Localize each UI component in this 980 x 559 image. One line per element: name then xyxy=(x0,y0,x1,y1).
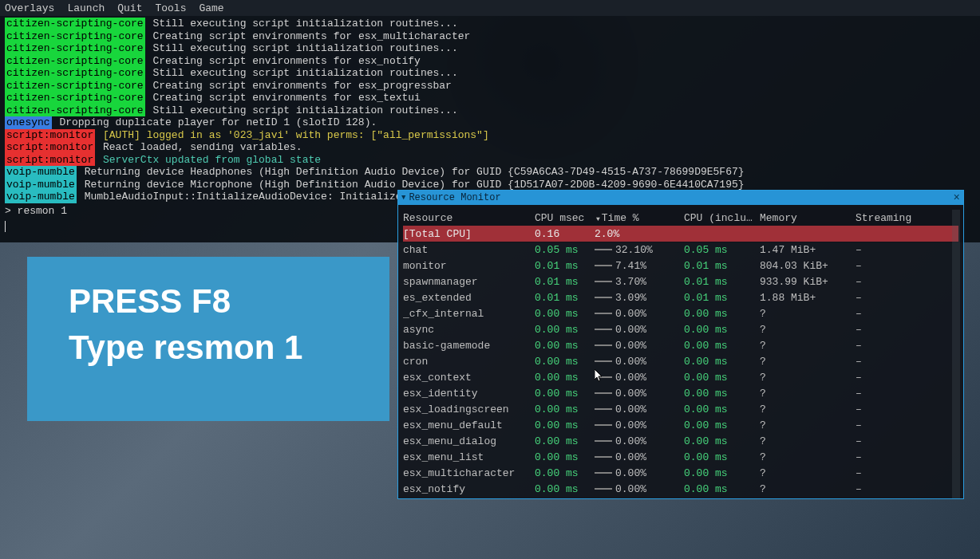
resmon-row[interactable]: esx_multicharacter0.00 ms0.00%0.00 ms?– xyxy=(403,465,958,481)
resmon-row[interactable]: monitor0.01 ms7.41%0.01 ms804.03 KiB+– xyxy=(403,258,958,274)
cell-cpu-msec: 0.00 ms xyxy=(535,308,595,320)
cell-memory: ? xyxy=(760,467,856,479)
menu-item-overlays[interactable]: Overlays xyxy=(5,2,54,14)
collapse-triangle-icon[interactable]: ▼ xyxy=(401,194,405,202)
cell-name: async xyxy=(403,324,535,336)
console-log-line: script:monitor React loaded, sending var… xyxy=(5,141,975,154)
resmon-row[interactable]: chat0.05 ms32.10%0.05 ms1.47 MiB+– xyxy=(403,242,958,258)
instruction-line-1: PRESS F8 xyxy=(69,281,348,322)
resmon-row[interactable]: cron0.00 ms0.00%0.00 ms?– xyxy=(403,353,958,369)
cell-memory: 933.99 KiB+ xyxy=(760,276,856,288)
text-caret-icon xyxy=(5,221,6,232)
log-source-tag: script:monitor xyxy=(5,141,95,154)
cell-name: es_extended xyxy=(403,292,535,304)
cell-cpu-inc: 0.00 ms xyxy=(684,467,760,479)
cell-memory: ? xyxy=(760,404,856,415)
cell-memory: ? xyxy=(760,451,856,463)
resmon-row[interactable]: esx_menu_list0.00 ms0.00%0.00 ms?– xyxy=(403,449,958,465)
console-log-line: citizen-scripting-core Creating script e… xyxy=(5,80,975,93)
cell-cpu-inc: 0.00 ms xyxy=(684,483,760,495)
resmon-row[interactable]: esx_identity0.00 ms0.00%0.00 ms?– xyxy=(403,385,958,401)
resmon-row[interactable]: es_extended0.01 ms3.09%0.01 ms1.88 MiB+– xyxy=(403,289,958,305)
resmon-row[interactable]: basic-gamemode0.00 ms0.00%0.00 ms?– xyxy=(403,337,958,353)
cell-cpu-inc: 0.00 ms xyxy=(684,324,760,336)
console-log-line: citizen-scripting-core Still executing s… xyxy=(5,67,975,80)
log-source-tag: onesync xyxy=(5,116,52,129)
log-source-tag: citizen-scripting-core xyxy=(5,30,145,43)
resmon-row[interactable]: esx_notify0.00 ms0.00%0.00 ms?– xyxy=(403,481,958,497)
cell-time-pct: 32.10% xyxy=(595,244,684,256)
col-cpu-msec[interactable]: CPU msec xyxy=(535,212,595,224)
col-time-pct[interactable]: ▼Time % xyxy=(595,212,684,224)
menu-item-quit[interactable]: Quit xyxy=(117,2,142,14)
cell-memory: ? xyxy=(760,324,856,336)
log-source-tag: citizen-scripting-core xyxy=(5,104,145,117)
cell-name: esx_menu_list xyxy=(403,451,535,463)
resmon-row[interactable]: esx_context0.00 ms0.00%0.00 ms?– xyxy=(403,369,958,385)
resmon-row[interactable]: async0.00 ms0.00%0.00 ms?– xyxy=(403,321,958,337)
col-memory[interactable]: Memory xyxy=(760,212,856,224)
resmon-row[interactable]: _cfx_internal0.00 ms0.00%0.00 ms?– xyxy=(403,305,958,321)
col-cpu-inclusive[interactable]: CPU (inclu… xyxy=(684,212,760,224)
cell-memory: 804.03 KiB+ xyxy=(760,260,856,272)
log-source-tag: citizen-scripting-core xyxy=(5,55,145,68)
menubar: OverlaysLaunchQuitToolsGame xyxy=(0,0,980,16)
cell-cpu-inc: 0.00 ms xyxy=(684,435,760,447)
cell-streaming: – xyxy=(856,340,919,352)
cell-cpu-inc: 0.00 ms xyxy=(684,404,760,415)
time-bar-icon xyxy=(595,360,612,362)
time-bar-icon xyxy=(595,281,612,282)
resmon-title: Resource Monitor xyxy=(409,192,500,203)
cell-time-pct: 2.0% xyxy=(595,228,684,240)
cell-time-pct: 0.00% xyxy=(595,308,684,320)
console-log-line: onesync Dropping duplicate player for ne… xyxy=(5,116,975,129)
resmon-total-row[interactable]: [Total CPU] 0.16 2.0% xyxy=(403,226,958,242)
cell-cpu-msec: 0.00 ms xyxy=(535,356,595,368)
resmon-row[interactable]: esx_menu_dialog0.00 ms0.00%0.00 ms?– xyxy=(403,433,958,449)
cell-memory: ? xyxy=(760,372,856,384)
cell-time-pct: 0.00% xyxy=(595,435,684,447)
resmon-body: Resource CPU msec ▼Time % CPU (inclu… Me… xyxy=(398,205,963,498)
time-bar-icon xyxy=(595,329,612,330)
instruction-line-2: Type resmon 1 xyxy=(69,327,348,368)
cell-name: esx_menu_dialog xyxy=(403,435,535,447)
console-log-line: voip-mumble Returning device Microphone … xyxy=(5,179,975,191)
cell-memory: ? xyxy=(760,340,856,352)
cell-cpu-msec: 0.01 ms xyxy=(535,292,595,304)
cell-name: esx_loadingscreen xyxy=(403,404,535,415)
cell-time-pct: 0.00% xyxy=(595,340,684,352)
col-streaming[interactable]: Streaming xyxy=(856,212,919,224)
console-log-line: script:monitor [AUTH] logged in as '023_… xyxy=(5,129,975,142)
resmon-row[interactable]: esx_menu_default0.00 ms0.00%0.00 ms?– xyxy=(403,417,958,433)
menu-item-tools[interactable]: Tools xyxy=(155,2,186,14)
resmon-row[interactable]: esx_loadingscreen0.00 ms0.00%0.00 ms?– xyxy=(403,401,958,417)
cell-time-pct: 0.00% xyxy=(595,467,684,479)
resmon-row[interactable]: spawnmanager0.01 ms3.70%0.01 ms933.99 Ki… xyxy=(403,274,958,289)
menu-item-launch[interactable]: Launch xyxy=(67,2,105,14)
console-log-line: citizen-scripting-core Still executing s… xyxy=(5,42,975,55)
cell-time-pct: 3.09% xyxy=(595,292,684,304)
cell-name: esx_context xyxy=(403,372,535,384)
cell-name: _cfx_internal xyxy=(403,308,535,320)
cell-cpu-inc: 0.01 ms xyxy=(684,292,760,304)
cell-cpu-inc: 0.00 ms xyxy=(684,372,760,384)
cell-cpu-msec: 0.00 ms xyxy=(535,340,595,352)
cell-streaming: – xyxy=(856,419,919,431)
log-source-tag: citizen-scripting-core xyxy=(5,42,145,55)
log-source-tag: voip-mumble xyxy=(5,166,77,179)
time-bar-icon xyxy=(595,424,612,426)
cell-memory: ? xyxy=(760,388,856,400)
resmon-column-headers[interactable]: Resource CPU msec ▼Time % CPU (inclu… Me… xyxy=(403,210,958,226)
log-message: Still executing script initialization ro… xyxy=(147,42,458,54)
col-resource[interactable]: Resource xyxy=(403,212,535,224)
log-message: Creating script environments for esx_mul… xyxy=(147,30,471,42)
resource-monitor-window[interactable]: ▼ Resource Monitor × Resource CPU msec ▼… xyxy=(397,190,964,499)
resmon-titlebar[interactable]: ▼ Resource Monitor × xyxy=(398,191,963,205)
close-icon[interactable]: × xyxy=(954,191,960,204)
cell-name: monitor xyxy=(403,260,535,272)
cell-cpu-msec: 0.00 ms xyxy=(535,435,595,447)
cell-cpu-msec: 0.00 ms xyxy=(535,467,595,479)
menu-item-game[interactable]: Game xyxy=(199,2,223,14)
cell-cpu-msec: 0.01 ms xyxy=(535,260,595,272)
log-source-tag: citizen-scripting-core xyxy=(5,80,145,93)
